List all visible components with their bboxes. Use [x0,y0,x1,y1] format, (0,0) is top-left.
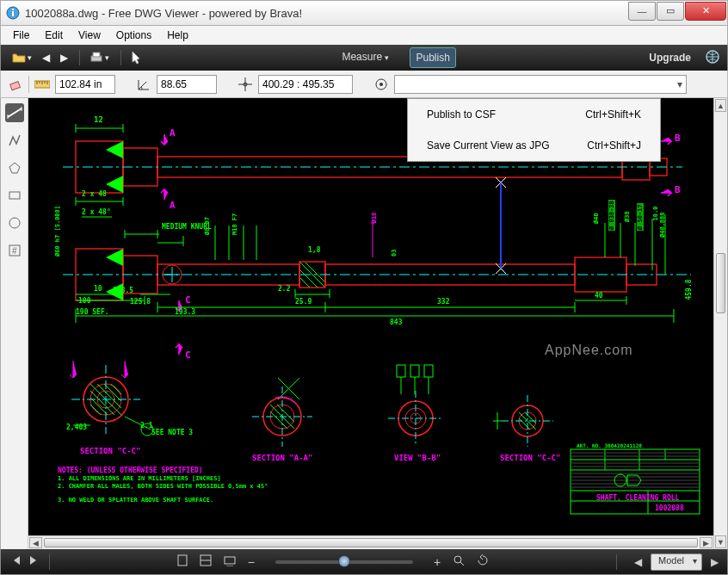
left-tool-palette: # [1,98,28,549]
pointer-button[interactable] [126,48,147,67]
tool-line-measure[interactable] [5,103,24,122]
dim-label: 125.8 [130,298,151,306]
page-width-icon[interactable] [224,554,236,569]
upgrade-link[interactable]: Upgrade [644,48,696,67]
dia-label: Ø48.888 [659,212,666,238]
nav-back-button[interactable]: ◀ [38,49,54,66]
model-space-combo[interactable]: Model [651,553,702,571]
tool-count[interactable]: # [5,241,24,260]
section-label: SECTION "C-C" [500,454,560,462]
dim-label: 190 SEF. [76,308,109,316]
menu-help[interactable]: Help [160,28,195,43]
open-button[interactable]: ▾ [8,48,36,67]
section-label: SECTION "A-A" [252,454,312,462]
popup-save-jpg[interactable]: Save Current View as JPGCtrl+Shift+J [408,130,660,161]
coord-input[interactable] [258,75,353,94]
note-label: SEE NOTE 3 [151,429,193,436]
drawing-canvas[interactable]: Publish to CSFCtrl+Shift+K Save Current … [28,98,713,535]
nav-fwd-button[interactable]: ▶ [56,49,72,66]
dia-label: Ø40 [593,213,600,224]
svg-rect-49 [225,557,235,564]
dim-label: 2.1 [140,422,152,430]
svg-rect-47 [178,555,187,566]
svg-rect-41 [410,365,419,377]
svg-rect-1 [12,9,14,10]
nav-last-icon[interactable] [28,554,40,569]
nav-next-icon[interactable]: ▶ [711,556,719,568]
angle-input[interactable] [157,75,217,94]
publish-popup: Publish to CSFCtrl+Shift+K Save Current … [407,98,661,162]
tool-circle[interactable] [5,213,24,232]
measurement-toolbar: ▾ [0,71,728,98]
titleblock-num: 1002088 [655,504,684,512]
snap-icon[interactable] [373,77,389,92]
hscroll-thumb[interactable] [44,538,698,547]
arrow-b-label: B [675,184,681,195]
dim-label: 10 [94,285,102,293]
menu-options[interactable]: Options [109,28,158,43]
publish-menu[interactable]: Publish [410,47,455,68]
page-single-icon[interactable] [177,554,188,569]
erase-icon[interactable] [8,77,23,92]
dim-label: 1,8 [308,246,320,254]
length-input[interactable] [55,75,115,94]
svg-rect-2 [12,11,14,16]
svg-rect-42 [424,365,433,377]
tool-rectangle[interactable] [5,186,24,205]
menu-file[interactable]: File [6,28,36,43]
maximize-button[interactable]: ▭ [657,2,684,21]
snap-combo[interactable]: ▾ [394,75,687,94]
tool-polyline[interactable] [5,131,24,150]
notes-title: NOTES: (UNLESS OTHERWISE SPECIFIED) [58,467,203,474]
page-fit-icon[interactable] [200,554,212,569]
globe-icon[interactable] [705,49,720,67]
window-title: 1002088a.dwg - Free DWG Viewer - powered… [25,7,628,20]
close-button[interactable]: ✕ [685,2,726,21]
ruler-icon [34,77,50,92]
dim-label: 03 [391,250,398,257]
titleblock-part: SHAFT, CLEANING ROLL [596,494,679,502]
arrow-c-label: C [185,349,191,361]
zoom-in-icon[interactable]: + [434,555,441,569]
menu-view[interactable]: View [71,28,108,43]
app-icon [6,6,20,20]
dia-label: Ø38 [624,211,631,222]
menubar: File Edit View Options Help [0,26,728,45]
dia-label: Ø8 07 [204,217,211,235]
arrow-b-label: B [675,133,681,144]
arrow-c-label: C [185,294,191,306]
popup-publish-csf[interactable]: Publish to CSFCtrl+Shift+K [408,99,660,130]
vscroll-thumb[interactable] [716,253,725,313]
svg-point-50 [454,556,461,563]
horizontal-scrollbar[interactable]: ◀ ▶ [28,535,713,549]
measure-menu[interactable]: Measure ▾ [336,47,394,68]
tool-polygon[interactable] [5,158,24,177]
note-line: 3. NO WELD OR SPLATTER ABOVE SHAFT SURFA… [58,497,213,504]
section-label: VIEW "B-B" [394,454,441,462]
rotate-icon[interactable] [477,554,489,569]
print-button[interactable]: ▾ [85,49,114,66]
dim-label: 193.3 [175,308,195,316]
zoom-out-icon[interactable]: − [248,555,255,569]
menu-edit[interactable]: Edit [38,28,70,43]
svg-point-12 [9,218,20,228]
nav-first-icon[interactable] [9,554,22,569]
svg-point-10 [379,83,383,86]
note-line: 2. CHAMFER ALL MALES, BOTH SIDES WITH PO… [58,483,268,490]
dia-label: M18 F7 [231,213,238,235]
minimize-button[interactable]: — [628,2,656,21]
dim-label: 2 x 48° [82,208,111,216]
vertical-scrollbar[interactable]: ▲ ▼ [713,98,727,549]
dim-label: 25.9 [295,298,312,306]
dim-label: 100 [78,297,90,305]
nav-prev-icon[interactable]: ◀ [634,556,642,568]
dia-label: Ø 038-3B [608,200,615,231]
arrow-a-label: A [170,200,176,211]
zoom-slider[interactable] [275,560,413,564]
angle-icon [136,77,151,92]
zoom-tool-icon[interactable] [453,554,465,569]
crosshair-icon [238,77,253,92]
dim-label: 108.5 [113,287,133,294]
svg-rect-4 [93,53,100,57]
dim-label: 332 [437,298,449,306]
